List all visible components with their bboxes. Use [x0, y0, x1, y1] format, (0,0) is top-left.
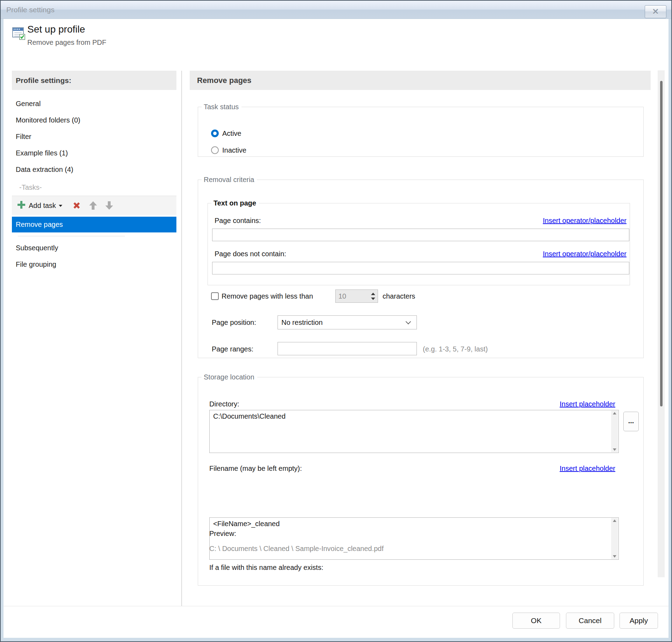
active-label: Active	[222, 129, 241, 138]
task-status-legend: Task status	[202, 103, 241, 111]
page-ranges-hint: (e.g. 1-3, 5, 7-9, last)	[423, 344, 488, 354]
sidebar-item-monitored-folders[interactable]: Monitored folders (0)	[12, 112, 176, 128]
sidebar-item-filter[interactable]: Filter	[12, 128, 176, 145]
directory-scrollbar[interactable]	[611, 411, 618, 452]
profile-icon	[12, 27, 26, 42]
sidebar-item-general[interactable]: General	[12, 96, 176, 112]
preview-value: C: \ Documents \ Cleaned \ Sample-Invoic…	[209, 544, 384, 553]
characters-label: characters	[383, 292, 415, 301]
delete-task-button[interactable]	[72, 201, 82, 210]
page-subtitle: Remove pages from PDF	[27, 39, 106, 47]
tasks-section-label: -Tasks-	[12, 179, 176, 196]
insert-operator-link-1[interactable]: Insert operator/placeholder	[543, 216, 626, 225]
spinner-up-icon[interactable]	[371, 293, 375, 295]
filename-input[interactable]: <FileName>_cleaned	[209, 517, 619, 560]
spinner-arrows[interactable]	[369, 290, 378, 302]
sidebar-item-file-grouping[interactable]: File grouping	[12, 256, 176, 273]
add-task-label: Add task	[29, 202, 56, 210]
ok-button[interactable]: OK	[512, 613, 560, 629]
page-not-contains-label: Page does not contain:	[215, 249, 286, 258]
inactive-label: Inactive	[222, 146, 246, 155]
sidebar-item-data-extraction[interactable]: Data extraction (4)	[12, 161, 176, 178]
browse-directory-button[interactable]: ...	[623, 412, 639, 431]
file-exists-label: If a file with this name already exists:	[209, 563, 323, 572]
scroll-up-icon[interactable]	[613, 412, 616, 414]
storage-location-legend: Storage location	[202, 373, 257, 381]
main-panel: Remove pages Task status Active Inactive…	[190, 71, 651, 617]
vertical-separator	[181, 71, 182, 606]
dialog-content: Set up profile Remove pages from PDF Pro…	[4, 19, 668, 638]
page-ranges-input[interactable]	[278, 342, 417, 355]
add-task-button[interactable]: Add task	[14, 198, 65, 212]
move-down-button[interactable]	[105, 201, 114, 210]
page-not-contains-input[interactable]	[212, 262, 629, 274]
less-than-checkbox[interactable]	[211, 292, 219, 300]
move-up-button[interactable]	[89, 201, 98, 210]
close-button[interactable]: ✕	[645, 5, 666, 18]
insert-placeholder-link-filename[interactable]: Insert placeholder	[560, 464, 615, 473]
directory-label: Directory:	[209, 399, 239, 409]
profile-settings-dialog: Profile settings ✕ Set up profile Remove…	[0, 0, 672, 642]
character-count-spinner[interactable]: 10	[335, 289, 378, 303]
main-heading: Remove pages	[190, 71, 651, 90]
sidebar-item-subsequently[interactable]: Subsequently	[12, 240, 176, 256]
less-than-label: Remove pages with less than	[222, 292, 313, 301]
page-title: Set up profile	[27, 24, 85, 35]
inactive-radio[interactable]	[211, 146, 219, 154]
removal-criteria-group: Removal criteria Text on page Page conta…	[198, 176, 644, 358]
scroll-down-icon[interactable]	[613, 555, 616, 558]
character-count-value: 10	[336, 290, 369, 302]
chevron-down-icon	[406, 319, 411, 325]
storage-location-group: Storage location Directory: Insert place…	[198, 373, 644, 586]
directory-input[interactable]: C:\Documents\Cleaned	[209, 410, 619, 453]
window-title: Profile settings	[6, 6, 55, 14]
apply-button[interactable]: Apply	[620, 613, 658, 629]
filename-label: Filename (may be left empty):	[209, 464, 302, 473]
active-radio[interactable]	[211, 130, 219, 137]
footer-divider	[4, 606, 668, 606]
scrollbar-thumb[interactable]	[660, 81, 663, 406]
page-position-dropdown[interactable]: No restriction	[278, 315, 417, 329]
titlebar: Profile settings ✕	[1, 1, 671, 19]
plus-icon	[16, 200, 26, 211]
removal-criteria-legend: Removal criteria	[202, 176, 257, 184]
sidebar-heading: Profile settings:	[12, 71, 176, 90]
task-status-group: Task status Active Inactive	[198, 103, 644, 157]
text-on-page-legend: Text on page	[211, 199, 259, 207]
scroll-up-icon[interactable]	[613, 519, 616, 522]
sidebar: Profile settings: General Monitored fold…	[12, 71, 176, 273]
sidebar-item-example-files[interactable]: Example files (1)	[12, 145, 176, 161]
filename-scrollbar[interactable]	[611, 518, 618, 559]
page-contains-label: Page contains:	[215, 216, 261, 225]
page-position-label: Page position:	[212, 318, 256, 327]
cancel-button[interactable]: Cancel	[566, 613, 614, 629]
spinner-down-icon[interactable]	[371, 298, 375, 300]
insert-operator-link-2[interactable]: Insert operator/placeholder	[543, 249, 626, 258]
task-toolbar: Add task	[12, 196, 176, 215]
filename-value: <FileName>_cleaned	[213, 520, 280, 528]
scroll-down-icon[interactable]	[613, 448, 616, 451]
directory-value: C:\Documents\Cleaned	[213, 412, 286, 420]
insert-placeholder-link-directory[interactable]: Insert placeholder	[560, 399, 615, 409]
main-scrollbar[interactable]	[658, 70, 665, 577]
page-position-value: No restriction	[278, 319, 323, 326]
page-ranges-label: Page ranges:	[212, 344, 253, 354]
page-contains-input[interactable]	[212, 229, 629, 241]
chevron-down-icon	[58, 202, 63, 209]
text-on-page-group: Text on page Page contains: Insert opera…	[208, 199, 630, 285]
task-item-remove-pages[interactable]: Remove pages	[12, 217, 176, 232]
preview-label: Preview:	[209, 529, 236, 538]
